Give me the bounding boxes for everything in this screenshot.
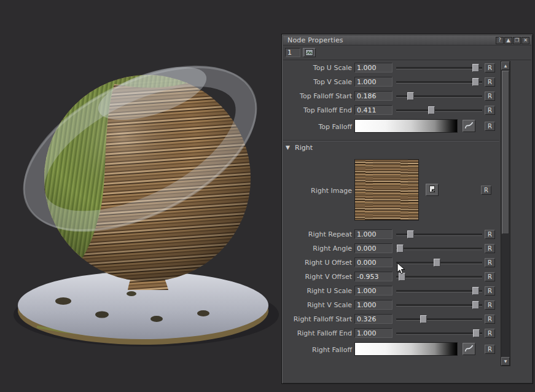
right-falloff-end-value-input[interactable] — [354, 328, 392, 338]
load-image-button[interactable] — [426, 184, 439, 196]
row-top-u-scale: Top U ScaleR — [283, 61, 499, 75]
top-falloff-gradient-bar[interactable] — [354, 119, 458, 133]
right-angle-reset-button[interactable]: R — [485, 244, 495, 253]
top-v-scale-value-input[interactable] — [354, 77, 392, 87]
top-falloff-end-reset-button[interactable]: R — [485, 106, 495, 115]
close-button[interactable]: ✕ — [521, 37, 529, 44]
right-repeat-slider-thumb[interactable] — [407, 230, 414, 238]
row-right-u-scale: Right U ScaleR — [283, 284, 499, 298]
top-falloff-end-slider-thumb[interactable] — [428, 106, 435, 114]
top-falloff-end-value-input[interactable] — [354, 105, 392, 115]
section-label: Right — [295, 144, 313, 152]
right-falloff-start-reset-button[interactable]: R — [485, 315, 495, 324]
right-image-thumbnail[interactable] — [354, 159, 419, 221]
top-u-scale-value-input[interactable] — [354, 63, 392, 73]
top-falloff-end-label: Top Falloff End — [283, 103, 352, 117]
top-falloff-start-slider-track[interactable] — [396, 95, 482, 98]
right-v-scale-reset-button[interactable]: R — [485, 300, 495, 310]
right-angle-value-input[interactable] — [354, 243, 392, 253]
row-right-repeat: Right RepeatR — [283, 227, 499, 241]
right-u-scale-reset-button[interactable]: R — [485, 286, 495, 296]
right-v-scale-slider-thumb[interactable] — [472, 301, 479, 309]
right-falloff-end-slider-thumb[interactable] — [473, 329, 480, 337]
panel-title: Node Properties — [285, 36, 495, 44]
right-falloff-end-label: Right Falloff End — [283, 326, 352, 340]
material-preview — [0, 0, 283, 392]
node-preview-button[interactable] — [303, 48, 316, 57]
right-repeat-value-input[interactable] — [354, 229, 392, 239]
top-falloff-start-value-input[interactable] — [354, 91, 392, 101]
section-collapse-icon[interactable]: ▼ — [286, 144, 290, 151]
panel-toolbar — [283, 47, 531, 60]
right-v-offset-value-input[interactable] — [354, 272, 392, 281]
row-top-falloff: Top FalloffR — [283, 117, 499, 136]
right-repeat-slider-track[interactable] — [396, 233, 482, 236]
help-button[interactable]: ? — [496, 37, 504, 44]
right-v-scale-slider-track[interactable] — [396, 304, 482, 307]
right-v-scale-label: Right V Scale — [283, 298, 352, 312]
right-image-reset-button[interactable]: R — [481, 186, 491, 195]
top-v-scale-slider-thumb[interactable] — [472, 78, 479, 86]
right-falloff-start-slider-track[interactable] — [396, 318, 482, 321]
section-right: ▼Right — [283, 141, 499, 156]
right-falloff-gradient-bar[interactable] — [354, 342, 458, 356]
right-u-offset-value-input[interactable] — [354, 257, 392, 267]
right-angle-slider-track[interactable] — [396, 248, 482, 250]
top-v-scale-reset-button[interactable]: R — [485, 77, 495, 87]
right-falloff-edit-button[interactable] — [463, 343, 475, 355]
top-falloff-edit-button[interactable] — [463, 120, 475, 132]
right-angle-label: Right Angle — [283, 241, 352, 256]
top-falloff-reset-button[interactable]: R — [485, 122, 495, 131]
top-falloff-start-slider-thumb[interactable] — [407, 92, 414, 100]
row-right-v-scale: Right V ScaleR — [283, 298, 499, 312]
vertical-scrollbar[interactable]: ▲ ▼ — [501, 61, 510, 366]
top-falloff-start-reset-button[interactable]: R — [485, 92, 495, 101]
load-image-icon — [428, 185, 437, 194]
top-u-scale-slider-thumb[interactable] — [472, 64, 479, 72]
node-index-input[interactable] — [285, 48, 300, 57]
right-repeat-reset-button[interactable]: R — [485, 230, 495, 239]
right-u-scale-label: Right U Scale — [283, 284, 352, 298]
panel-content: Top U ScaleRTop V ScaleRTop Falloff Star… — [283, 61, 499, 368]
row-right-u-offset: Right U OffsetR — [283, 256, 499, 270]
right-falloff-start-slider-thumb[interactable] — [420, 315, 427, 323]
right-u-offset-label: Right U Offset — [283, 256, 352, 270]
right-angle-slider-thumb[interactable] — [397, 245, 404, 253]
top-u-scale-reset-button[interactable]: R — [485, 63, 495, 73]
right-falloff-start-value-input[interactable] — [354, 314, 392, 324]
curve-edit-icon — [464, 344, 474, 353]
right-v-offset-reset-button[interactable]: R — [485, 272, 495, 281]
maximize-button[interactable]: ▲ — [504, 37, 512, 44]
right-falloff-end-reset-button[interactable]: R — [485, 329, 495, 338]
row-right-v-offset: Right V OffsetR — [283, 270, 499, 284]
right-u-scale-value-input[interactable] — [354, 286, 392, 296]
right-falloff-reset-button[interactable]: R — [485, 345, 495, 354]
detach-button[interactable]: ❐ — [513, 37, 521, 44]
right-image-label: Right Image — [283, 156, 352, 225]
top-u-scale-slider-track[interactable] — [396, 67, 482, 69]
row-right-image: Right ImageR — [283, 156, 499, 225]
right-v-scale-value-input[interactable] — [354, 300, 392, 310]
scrollbar-thumb[interactable] — [502, 71, 509, 234]
right-u-offset-reset-button[interactable]: R — [485, 258, 495, 267]
node-properties-panel: Node Properties ? ▲ ❐ ✕ Top U ScaleRTop … — [281, 34, 533, 384]
curve-edit-icon — [464, 121, 474, 130]
titlebar[interactable]: Node Properties ? ▲ ❐ ✕ — [283, 36, 531, 45]
right-repeat-label: Right Repeat — [283, 227, 352, 241]
row-top-falloff-end: Top Falloff EndR — [283, 103, 499, 117]
right-u-offset-slider-thumb[interactable] — [434, 259, 440, 267]
right-u-offset-slider-track[interactable] — [396, 262, 482, 264]
right-falloff-end-slider-track[interactable] — [396, 332, 482, 335]
right-falloff-label: Right Falloff — [283, 340, 352, 359]
scroll-up-button[interactable]: ▲ — [501, 61, 510, 70]
right-u-scale-slider-thumb[interactable] — [472, 287, 479, 295]
top-v-scale-label: Top V Scale — [283, 75, 352, 89]
right-u-scale-slider-track[interactable] — [396, 290, 482, 292]
right-v-offset-slider-thumb[interactable] — [399, 273, 405, 281]
right-v-offset-slider-track[interactable] — [396, 276, 482, 278]
scroll-down-button[interactable]: ▼ — [501, 357, 510, 366]
top-v-scale-slider-track[interactable] — [396, 81, 482, 84]
top-falloff-end-slider-track[interactable] — [396, 109, 482, 112]
row-right-angle: Right AngleR — [283, 241, 499, 256]
row-right-falloff-start: Right Falloff StartR — [283, 312, 499, 326]
